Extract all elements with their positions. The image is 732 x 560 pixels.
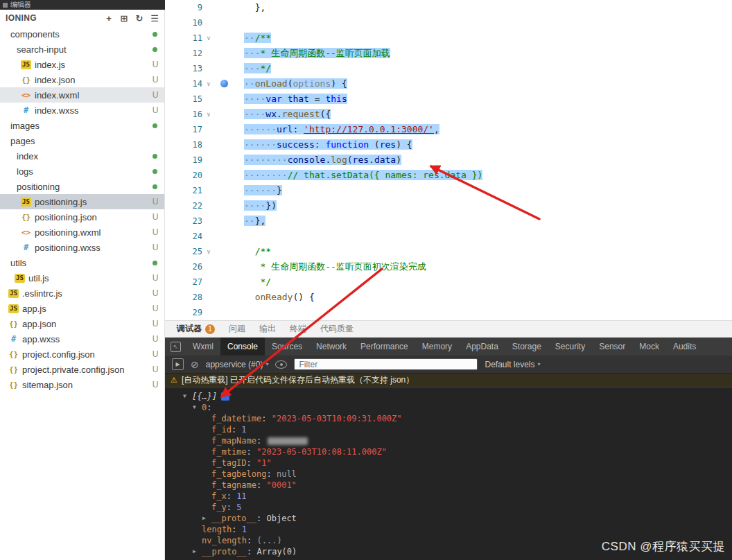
code-editor[interactable]: 9 },1011∨··/**12···* 生命周期函数--监听页面加载13···… <box>165 0 732 320</box>
eval-run-icon[interactable]: ▶ <box>172 358 184 370</box>
file-item-index[interactable]: index <box>0 148 164 164</box>
code-line-27[interactable]: 27 */ <box>165 274 732 290</box>
code-line-20[interactable]: 20········// that.setData({ names: res.d… <box>165 168 732 183</box>
file-item-app.json[interactable]: {}app.jsonU <box>0 316 164 331</box>
console-tree-row[interactable]: ▶__proto__: Object <box>165 513 732 524</box>
file-item-positioning.json[interactable]: {}positioning.jsonU <box>0 209 164 225</box>
file-item-util.js[interactable]: JSutil.jsU <box>0 270 164 286</box>
devtools-tab-security[interactable]: Security <box>548 338 592 356</box>
devtools-tab-sources[interactable]: Sources <box>265 338 309 356</box>
line-number[interactable]: 10 <box>165 15 202 30</box>
line-number[interactable]: 26 <box>165 259 202 274</box>
line-number[interactable]: 28 <box>165 290 202 305</box>
code-line-12[interactable]: 12···* 生命周期函数--监听页面加载 <box>165 46 732 61</box>
line-number[interactable]: 27 <box>165 274 202 290</box>
line-number[interactable]: 12 <box>165 46 202 61</box>
filter-input[interactable] <box>294 358 478 370</box>
code-line-11[interactable]: 11∨··/** <box>165 30 732 46</box>
context-selector[interactable]: appservice (#0) ▾ <box>206 360 269 369</box>
live-expression-eye-icon[interactable] <box>275 360 287 369</box>
code-line-10[interactable]: 10 <box>165 15 732 30</box>
file-item-positioning.js[interactable]: JSpositioning.jsU <box>0 194 164 209</box>
devtools-tab-performance[interactable]: Performance <box>354 338 415 356</box>
devtools-tab-console[interactable]: Console <box>220 338 265 356</box>
file-item-project.config.json[interactable]: {}project.config.jsonU <box>0 347 164 362</box>
line-number[interactable]: 22 <box>165 198 202 213</box>
panel-tab-问题[interactable]: 问题 <box>223 321 252 337</box>
line-number[interactable]: 11 <box>165 30 202 46</box>
line-number[interactable]: 29 <box>165 305 202 320</box>
code-line-18[interactable]: 18······success: function (res) { <box>165 137 732 152</box>
new-file-icon[interactable]: + <box>102 11 116 25</box>
code-line-13[interactable]: 13···*/ <box>165 61 732 76</box>
file-item-search-input[interactable]: search-input <box>0 42 164 57</box>
file-item-index.js[interactable]: JSindex.jsU <box>0 57 164 72</box>
line-number[interactable]: 16 <box>165 107 202 122</box>
line-number[interactable]: 23 <box>165 213 202 229</box>
devtools-tab-sensor[interactable]: Sensor <box>592 338 632 356</box>
devtools-tab-appdata[interactable]: AppData <box>459 338 505 356</box>
panel-tab-输出[interactable]: 输出 <box>253 321 282 337</box>
line-number[interactable]: 20 <box>165 168 202 183</box>
fold-chevron-icon[interactable]: ∨ <box>202 244 215 259</box>
code-line-24[interactable]: 24 <box>165 229 732 244</box>
collapse-arrow-icon[interactable]: ▼ <box>193 402 202 413</box>
line-number[interactable]: 25 <box>165 244 202 259</box>
file-item-pages[interactable]: pages <box>0 133 164 148</box>
code-line-14[interactable]: 14∨··onLoad(options) { <box>165 76 732 91</box>
inspect-element-icon[interactable]: ↖ <box>165 338 186 356</box>
code-line-26[interactable]: 26 * 生命周期函数--监听页面初次渲染完成 <box>165 259 732 274</box>
line-number[interactable]: 14 <box>165 76 202 91</box>
code-line-17[interactable]: 17······url: 'http://127.0.0.1:3000/', <box>165 122 732 137</box>
line-number[interactable]: 24 <box>165 229 202 244</box>
file-item-logs[interactable]: logs <box>0 164 164 179</box>
code-line-21[interactable]: 21······} <box>165 183 732 198</box>
line-number[interactable]: 13 <box>165 61 202 76</box>
devtools-tab-wxml[interactable]: Wxml <box>186 338 220 356</box>
console-tree-row[interactable]: ▼[{…}] <box>165 391 732 402</box>
fold-chevron-icon[interactable]: ∨ <box>202 30 215 46</box>
panel-tab-调试器[interactable]: 调试器1 <box>171 321 221 337</box>
code-line-23[interactable]: 23··}, <box>165 213 732 229</box>
file-item-app.wxss[interactable]: #app.wxssU <box>0 331 164 347</box>
file-item-project.private.config.json[interactable]: {}project.private.config.jsonU <box>0 362 164 377</box>
file-item-index.wxml[interactable]: <>index.wxmlU <box>0 87 164 103</box>
expand-arrow-icon[interactable]: ▶ <box>202 513 211 524</box>
devtools-tab-memory[interactable]: Memory <box>415 338 459 356</box>
code-line-9[interactable]: 9 }, <box>165 0 732 15</box>
line-number[interactable]: 15 <box>165 91 202 107</box>
line-number[interactable]: 9 <box>165 0 202 15</box>
file-item-positioning.wxss[interactable]: #positioning.wxssU <box>0 240 164 255</box>
log-levels-dropdown[interactable]: Default levels ▾ <box>485 360 540 369</box>
code-line-19[interactable]: 19········console.log(res.data) <box>165 152 732 168</box>
file-item-positioning.wxml[interactable]: <>positioning.wxmlU <box>0 225 164 240</box>
refresh-icon[interactable]: ↻ <box>132 11 146 25</box>
file-item-utils[interactable]: utils <box>0 255 164 270</box>
code-line-25[interactable]: 25∨ /** <box>165 244 732 259</box>
code-line-28[interactable]: 28 onReady() { <box>165 290 732 305</box>
devtools-tab-mock[interactable]: Mock <box>632 338 666 356</box>
file-item-.eslintrc.js[interactable]: JS.eslintrc.jsU <box>0 286 164 301</box>
line-number[interactable]: 17 <box>165 122 202 137</box>
file-item-positioning[interactable]: positioning <box>0 179 164 194</box>
line-number[interactable]: 21 <box>165 183 202 198</box>
panel-tab-终端[interactable]: 终端 <box>284 321 313 337</box>
line-number[interactable]: 19 <box>165 152 202 168</box>
code-line-29[interactable]: 29 <box>165 305 732 320</box>
line-number[interactable]: 18 <box>165 137 202 152</box>
fold-chevron-icon[interactable]: ∨ <box>202 76 215 91</box>
code-line-16[interactable]: 16∨····wx.request({ <box>165 107 732 122</box>
code-line-22[interactable]: 22····}) <box>165 198 732 213</box>
file-item-index.json[interactable]: {}index.jsonU <box>0 72 164 87</box>
file-item-app.js[interactable]: JSapp.jsU <box>0 301 164 316</box>
devtools-tab-storage[interactable]: Storage <box>505 338 548 356</box>
file-item-index.wxss[interactable]: #index.wxssU <box>0 103 164 118</box>
expand-arrow-icon[interactable]: ▶ <box>193 546 202 557</box>
file-item-images[interactable]: images <box>0 118 164 133</box>
api-hint-icon[interactable] <box>220 80 228 87</box>
panel-tab-代码质量[interactable]: 代码质量 <box>314 321 360 337</box>
new-folder-icon[interactable]: ⊞ <box>117 11 131 25</box>
devtools-tab-network[interactable]: Network <box>309 338 354 356</box>
clear-console-icon[interactable]: ⊘ <box>191 359 199 370</box>
collapse-all-icon[interactable]: ☰ <box>148 11 162 25</box>
